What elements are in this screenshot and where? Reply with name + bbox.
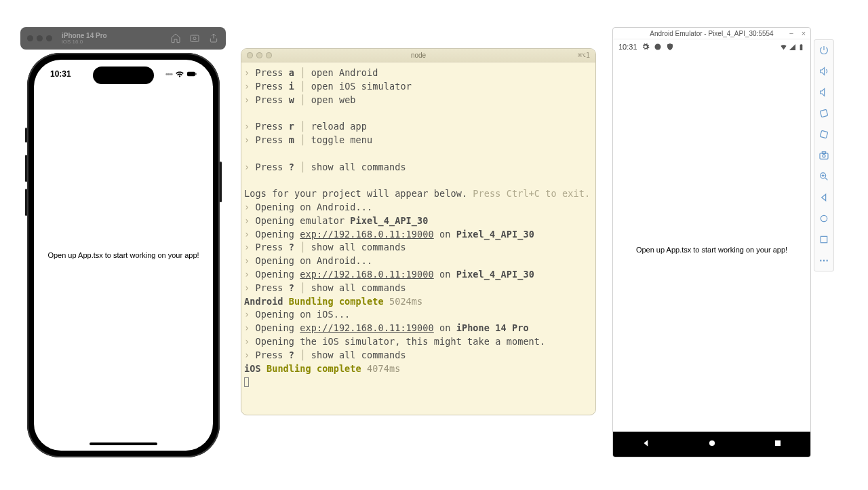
svg-rect-3 [195, 73, 196, 75]
terminal-title: node [241, 52, 595, 59]
screenshot-icon[interactable] [189, 33, 200, 45]
emulator-title: Android Emulator - Pixel_4_API_30:5554 [613, 28, 810, 39]
android-emulator-window: Android Emulator - Pixel_4_API_30:5554 −… [612, 27, 811, 457]
svg-point-12 [823, 155, 825, 157]
cellular-icon: •••• [165, 71, 172, 78]
close-dot[interactable] [27, 35, 33, 41]
status-bar: 10:31 •••• [34, 69, 213, 79]
svg-rect-6 [801, 43, 802, 44]
back-button[interactable] [642, 438, 651, 451]
svg-rect-13 [822, 152, 825, 154]
volume-up-button[interactable] [25, 155, 27, 182]
android-nav-bar [613, 432, 810, 457]
android-debug-icon [654, 43, 662, 51]
minimize-icon[interactable]: − [787, 29, 796, 38]
volume-up-icon[interactable] [818, 65, 830, 77]
share-icon[interactable] [208, 33, 219, 45]
terminal-window: node ⌘⌥1 › Press a │ open Android › Pres… [241, 48, 596, 415]
shield-icon [666, 43, 674, 51]
mute-switch[interactable] [25, 128, 27, 143]
rotate-right-icon[interactable] [818, 128, 830, 140]
camera-icon[interactable] [818, 149, 830, 162]
back-icon[interactable] [818, 191, 830, 204]
volume-down-icon[interactable] [818, 86, 830, 98]
zoom-icon[interactable] [818, 170, 830, 183]
overview-button[interactable] [773, 438, 783, 451]
svg-point-15 [821, 215, 827, 221]
simulator-device-name: iPhone 14 Pro [62, 32, 107, 39]
close-icon[interactable]: × [799, 29, 808, 38]
more-icon[interactable]: ⋯ [818, 255, 830, 267]
svg-point-7 [709, 440, 714, 445]
home-indicator[interactable] [90, 442, 157, 445]
status-time: 10:31 [618, 43, 637, 51]
ios-simulator-titlebar: iPhone 14 Pro iOS 16.0 [20, 27, 226, 50]
app-message: Open up App.tsx to start working on your… [34, 251, 213, 259]
gear-icon [642, 43, 650, 51]
emulator-toolbar: ⋯ [814, 39, 834, 271]
zoom-dot[interactable] [46, 35, 52, 41]
cellular-icon [789, 43, 796, 51]
iphone-simulator: 10:31 •••• Open up App.tsx to start work… [27, 53, 220, 457]
svg-rect-2 [187, 72, 195, 76]
iphone-screen[interactable]: 10:31 •••• Open up App.tsx to start work… [34, 60, 213, 451]
svg-rect-10 [820, 130, 827, 138]
simulator-os-version: iOS 16.0 [62, 39, 107, 45]
traffic-lights[interactable] [27, 35, 52, 41]
home-icon[interactable] [818, 212, 830, 225]
svg-point-1 [193, 37, 196, 39]
terminal-body[interactable]: › Press a │ open Android › Press i │ ope… [241, 62, 595, 393]
minimize-dot[interactable] [37, 35, 43, 41]
home-icon[interactable] [170, 33, 181, 45]
svg-rect-16 [821, 236, 827, 242]
svg-rect-5 [800, 44, 803, 50]
wifi-icon [175, 71, 184, 77]
overview-icon[interactable] [818, 233, 830, 246]
svg-rect-9 [820, 109, 827, 117]
rotate-left-icon[interactable] [818, 107, 830, 119]
battery-icon [187, 71, 197, 77]
wifi-icon [780, 43, 787, 51]
svg-rect-0 [191, 35, 199, 41]
volume-down-button[interactable] [25, 189, 27, 216]
battery-icon [797, 43, 805, 51]
svg-point-4 [654, 44, 660, 50]
status-time: 10:31 [50, 69, 71, 79]
android-screen[interactable]: 10:31 Open up App.tsx to start working o… [613, 39, 810, 457]
android-status-bar: 10:31 [613, 39, 810, 54]
power-icon[interactable] [818, 44, 830, 56]
terminal-titlebar: node ⌘⌥1 [241, 49, 595, 62]
app-message: Open up App.tsx to start working on your… [613, 246, 810, 254]
power-button[interactable] [220, 162, 222, 202]
home-button[interactable] [707, 438, 717, 451]
svg-rect-8 [774, 440, 780, 445]
